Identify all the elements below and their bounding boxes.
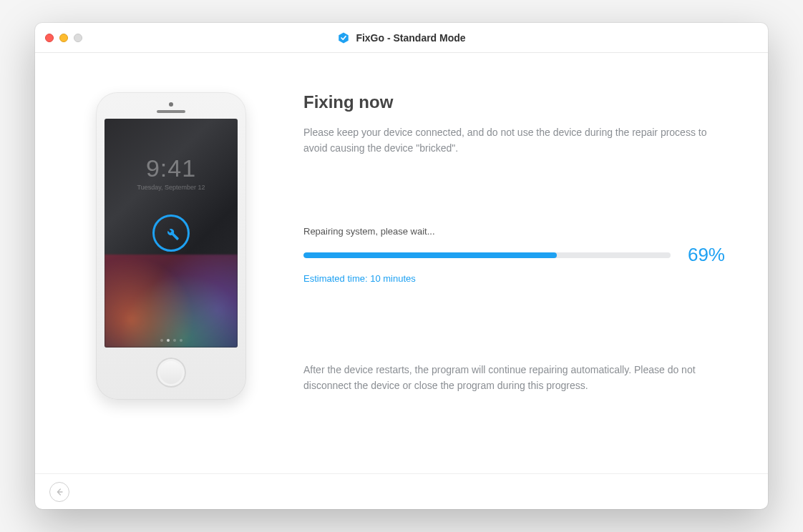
phone-top — [157, 102, 185, 113]
arrow-left-icon — [54, 486, 65, 498]
pager-dots — [160, 339, 182, 342]
lock-screen-date: Tuesday, September 12 — [137, 184, 205, 191]
maximize-window-button — [74, 34, 82, 42]
back-button[interactable] — [49, 482, 69, 502]
footer-note: After the device restarts, the program w… — [303, 363, 725, 393]
progress-status-text: Repairing system, please wait... — [303, 226, 725, 237]
app-logo-icon — [337, 31, 350, 44]
phone-speaker-icon — [157, 110, 185, 113]
titlebar: FixGo - Standard Mode — [35, 23, 768, 53]
wallpaper — [104, 255, 238, 348]
progress-bar-fill — [303, 252, 557, 258]
app-window: FixGo - Standard Mode 9:41 Tuesday, Sept… — [35, 23, 768, 509]
minimize-window-button[interactable] — [59, 34, 68, 42]
main-content: 9:41 Tuesday, September 12 Fixing now — [35, 53, 768, 473]
close-window-button[interactable] — [45, 34, 54, 42]
wrench-icon — [152, 215, 190, 252]
status-column: Fixing now Please keep your device conne… — [303, 92, 725, 452]
window-title-text: FixGo - Standard Mode — [356, 32, 465, 44]
window-title: FixGo - Standard Mode — [35, 31, 768, 44]
phone-camera-icon — [169, 102, 173, 107]
progress-percent: 69% — [682, 244, 725, 266]
estimated-time-text: Estimated time: 10 minutes — [303, 273, 725, 284]
phone-home-button-icon — [156, 358, 186, 388]
progress-bar — [303, 252, 671, 258]
bottom-bar — [35, 473, 768, 509]
window-controls — [45, 34, 82, 42]
phone-illustration: 9:41 Tuesday, September 12 — [96, 92, 246, 400]
device-illustration-column: 9:41 Tuesday, September 12 — [96, 92, 261, 452]
lock-screen-time: 9:41 — [146, 154, 196, 182]
progress-section: Repairing system, please wait... 69% Est… — [303, 226, 725, 284]
phone-screen: 9:41 Tuesday, September 12 — [104, 119, 238, 348]
page-heading: Fixing now — [303, 92, 725, 112]
progress-row: 69% — [303, 244, 725, 266]
page-description: Please keep your device connected, and d… — [303, 125, 725, 156]
